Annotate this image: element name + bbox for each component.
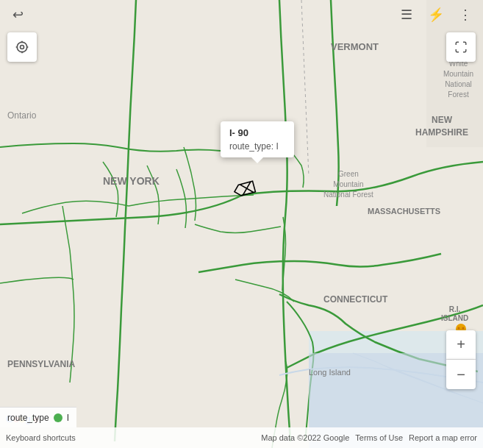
svg-point-9 — [21, 46, 24, 49]
long-island-label: Long Island — [309, 368, 351, 377]
filter-button[interactable]: ☰ — [395, 3, 418, 26]
popup-detail: route_type: I — [229, 141, 285, 152]
connecticut-label: CONNECTICUT — [323, 294, 387, 305]
new-york-label: NEW YORK — [103, 175, 160, 187]
bottom-left: Keyboard shortcuts — [6, 433, 76, 442]
svg-point-10 — [17, 42, 26, 51]
massachusetts-label: MASSACHUSETTS — [368, 206, 440, 217]
bottom-right: Map data ©2022 Google Terms of Use Repor… — [261, 433, 477, 442]
fullscreen-button[interactable] — [446, 32, 476, 62]
map-data-label: Map data ©2022 Google — [261, 433, 349, 442]
rhode-island-label: R.I.ISLAND — [441, 305, 468, 323]
legend-color-dot — [54, 413, 62, 422]
map-background — [0, 0, 483, 448]
map-container[interactable]: VERMONT White Mountain National Forest N… — [0, 0, 483, 448]
zoom-out-button[interactable]: − — [446, 360, 476, 389]
terms-link[interactable]: Terms of Use — [355, 433, 403, 442]
more-button[interactable]: ⋮ — [454, 3, 477, 26]
svg-point-16 — [462, 327, 465, 330]
legend-value: I — [67, 413, 69, 423]
flash-button[interactable]: ⚡ — [424, 3, 448, 26]
report-link[interactable]: Report a map error — [409, 433, 477, 442]
map-popup: I- 90 route_type: I — [221, 121, 294, 157]
zoom-controls: + − — [446, 330, 476, 389]
zoom-in-button[interactable]: + — [446, 330, 476, 360]
locate-button[interactable] — [7, 32, 37, 62]
pennsylvania-label: PENNSYLVANIA — [7, 359, 75, 369]
toolbar-left: ↩ — [6, 3, 29, 26]
popup-title: I- 90 — [229, 127, 285, 138]
legend-label: route_type — [7, 413, 49, 423]
legend-bar: route_type I — [0, 407, 76, 427]
vermont-label: VERMONT — [331, 40, 379, 54]
green-mountain-label: GreenMountainNational Forest — [323, 169, 373, 200]
undo-button[interactable]: ↩ — [6, 3, 29, 26]
white-mountain-label: White Mountain National Forest — [434, 59, 483, 100]
new-hampshire-label: NEWHAMPSHIRE — [415, 114, 468, 139]
keyboard-shortcuts-link[interactable]: Keyboard shortcuts — [6, 433, 76, 442]
ontario-label: Ontario — [7, 110, 36, 121]
svg-point-15 — [458, 327, 460, 330]
toolbar-right: ☰ ⚡ ⋮ — [395, 3, 477, 26]
bottom-bar: Keyboard shortcuts Map data ©2022 Google… — [0, 427, 483, 448]
top-toolbar: ↩ ☰ ⚡ ⋮ — [0, 0, 483, 29]
